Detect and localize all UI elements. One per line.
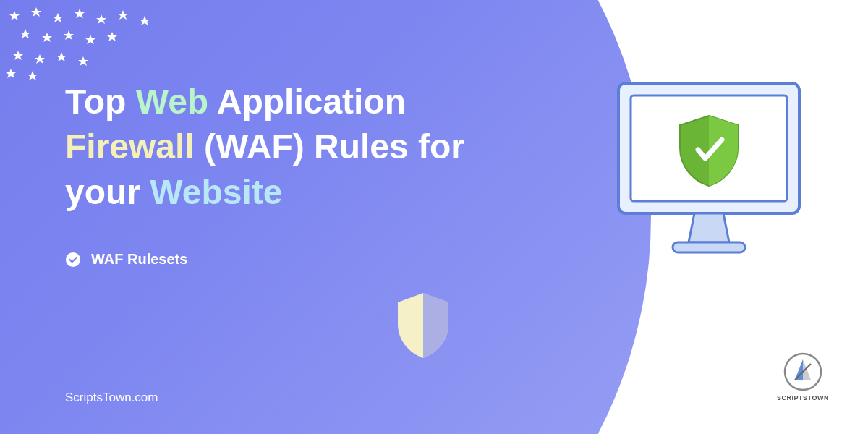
- svg-marker-5: [118, 10, 128, 20]
- svg-marker-4: [96, 14, 106, 24]
- svg-marker-0: [9, 11, 20, 20]
- title-accent-website: Website: [150, 173, 282, 211]
- subtitle-row: WAF Rulesets: [65, 251, 514, 268]
- svg-marker-11: [107, 32, 117, 41]
- svg-rect-21: [673, 242, 745, 252]
- svg-marker-13: [35, 54, 45, 64]
- stars-decoration: [0, 0, 188, 87]
- title-text-1: Top: [65, 82, 136, 121]
- title-accent-web: Web: [136, 82, 208, 121]
- svg-marker-12: [13, 51, 23, 60]
- svg-marker-3: [75, 9, 85, 18]
- check-circle-icon: [65, 252, 81, 268]
- svg-marker-8: [42, 33, 52, 42]
- svg-marker-6: [140, 16, 150, 25]
- monitor-illustration: [608, 72, 810, 268]
- main-content: Top Web Application Firewall (WAF) Rules…: [65, 80, 514, 268]
- title-accent-firewall: Firewall: [65, 127, 195, 166]
- svg-point-18: [66, 252, 80, 267]
- logo-text: SCRIPTSTOWN: [777, 394, 829, 401]
- svg-marker-9: [64, 30, 74, 40]
- svg-marker-17: [27, 71, 38, 80]
- svg-marker-15: [78, 56, 88, 66]
- page-title: Top Web Application Firewall (WAF) Rules…: [65, 80, 514, 215]
- svg-marker-16: [6, 69, 16, 78]
- svg-marker-7: [20, 29, 30, 38]
- shield-small-icon: [391, 289, 456, 362]
- subtitle-text: WAF Rulesets: [91, 251, 187, 268]
- logo-mark-icon: [783, 352, 822, 391]
- svg-marker-10: [85, 35, 95, 44]
- scriptstown-logo: SCRIPTSTOWN: [778, 352, 828, 414]
- svg-marker-2: [53, 13, 63, 22]
- svg-marker-1: [31, 7, 41, 17]
- site-url: ScriptsTown.com: [65, 391, 158, 405]
- svg-marker-14: [56, 52, 67, 61]
- title-text-2: Application: [208, 82, 406, 121]
